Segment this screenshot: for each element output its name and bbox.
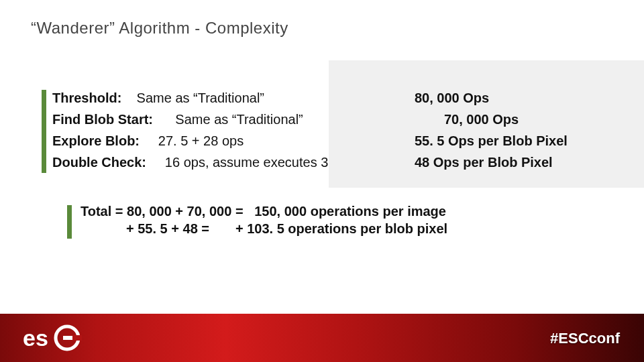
row-find-blob-start: Find Blob Start: Same as “Traditional” 7… <box>52 109 617 130</box>
total-rhs: 150, 000 operations per image <box>254 204 446 219</box>
total-rhs: + 103. 5 operations per blob pixel <box>235 221 447 236</box>
row-explore-blob: Explore Blob: 27. 5 + 28 ops 55. 5 Ops p… <box>52 130 617 152</box>
row-ops: 70, 000 Ops <box>415 109 617 130</box>
row-desc: Same as “Traditional” <box>137 90 264 105</box>
total-lhs: + 55. 5 + 48 = <box>126 221 209 236</box>
svg-text:es: es <box>23 325 48 351</box>
total-line-1: Total = 80, 000 + 70, 000 = 150, 000 ope… <box>80 202 604 220</box>
esc-logo: es <box>23 323 103 353</box>
row-ops: 48 Ops per Blob Pixel <box>415 152 617 173</box>
total-block: Total = 80, 000 + 70, 000 = 150, 000 ope… <box>67 202 604 237</box>
total-lhs: Total = 80, 000 + 70, 000 = <box>80 204 244 219</box>
row-threshold: Threshold: Same as “Traditional” 80, 000… <box>52 87 617 109</box>
row-label: Find Blob Start: <box>52 112 153 127</box>
row-double-check: Double Check: 16 ops, assume executes 3 … <box>52 152 617 173</box>
row-desc: 16 ops, assume executes 3 <box>165 155 328 170</box>
complexity-rows: Threshold: Same as “Traditional” 80, 000… <box>42 87 617 173</box>
row-ops: 80, 000 Ops <box>415 87 617 109</box>
row-desc: 27. 5 + 28 ops <box>158 133 244 148</box>
hashtag: #ESCconf <box>550 330 620 347</box>
slide-title: “Wanderer” Algorithm - Complexity <box>31 19 288 38</box>
title-quote: “Wanderer” <box>31 19 115 37</box>
svg-rect-3 <box>63 336 72 340</box>
row-desc: Same as “Traditional” <box>175 112 303 127</box>
row-label: Double Check: <box>52 155 146 170</box>
total-line-2: + 55. 5 + 48 = + 103. 5 operations per b… <box>80 220 604 237</box>
title-rest: Algorithm - Complexity <box>119 19 288 37</box>
svg-rect-2 <box>72 335 82 341</box>
row-ops: 55. 5 Ops per Blob Pixel <box>415 130 617 152</box>
row-label: Threshold: <box>52 90 121 105</box>
footer-bar: es #ESCconf <box>0 314 644 362</box>
row-label: Explore Blob: <box>52 133 140 148</box>
